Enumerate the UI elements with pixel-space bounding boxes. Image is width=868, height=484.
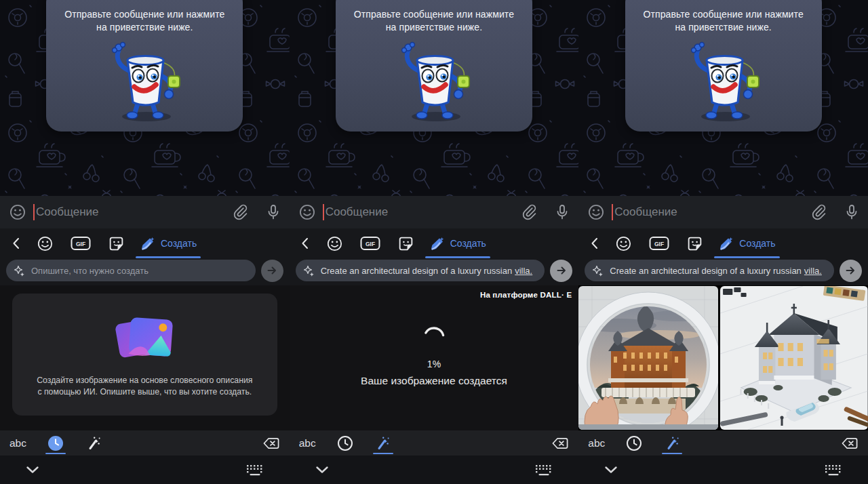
prompt-placeholder: Опишите, что нужно создать <box>31 266 149 276</box>
back-chevron-icon[interactable] <box>298 237 313 249</box>
keyboard-bottom-bar: abc <box>290 430 579 456</box>
images-stack-icon <box>112 312 177 366</box>
sparkle-icon <box>14 265 25 277</box>
message-input-bar[interactable]: Сообщение <box>0 196 290 228</box>
send-button[interactable] <box>550 260 572 282</box>
create-tab-label: Создать <box>161 238 197 249</box>
system-nav-bar <box>290 456 579 484</box>
magic-create-button[interactable] <box>663 430 681 456</box>
emoji-icon[interactable] <box>9 203 26 221</box>
back-chevron-icon[interactable] <box>587 237 601 249</box>
prompt-row: Create an architectural design of a luxu… <box>578 258 868 285</box>
backspace-icon <box>841 436 859 451</box>
abc-button[interactable]: abc <box>588 437 605 449</box>
abc-button[interactable]: abc <box>9 437 26 449</box>
prompt-row: Опишите, что нужно создать <box>0 258 290 285</box>
phone-2: Отправьте сообщение или нажмитена привет… <box>290 0 579 484</box>
magic-wand-icon <box>665 435 680 451</box>
keyboard-bottom-bar: abc <box>578 430 868 456</box>
tab-create[interactable]: Создать <box>718 228 775 258</box>
message-placeholder[interactable]: Сообщение <box>36 205 99 219</box>
platform-label: На платформе DALL· E <box>480 291 572 299</box>
attach-icon[interactable] <box>232 204 248 220</box>
svg-text:GIF: GIF <box>76 241 85 247</box>
tab-create[interactable]: Создать <box>140 228 197 258</box>
create-tab-underline <box>136 256 201 258</box>
sticker-tab-icon[interactable] <box>686 235 703 252</box>
image-creator-icon <box>429 236 445 251</box>
history-button[interactable] <box>336 430 354 456</box>
tab-create[interactable]: Создать <box>429 228 486 258</box>
greeting-card[interactable]: Отправьте сообщение или нажмитена привет… <box>46 0 243 132</box>
message-input-bar[interactable]: Сообщение <box>578 196 868 228</box>
prompt-input[interactable]: Опишите, что нужно создать <box>6 260 256 281</box>
keyboard-switch-icon[interactable] <box>246 464 264 476</box>
history-button[interactable] <box>47 430 64 456</box>
magic-create-button[interactable] <box>374 430 392 456</box>
magic-create-button[interactable] <box>85 430 102 456</box>
hide-keyboard-chevron-icon[interactable] <box>604 466 618 474</box>
emoji-icon[interactable] <box>587 203 605 221</box>
image-creator-icon <box>140 236 155 251</box>
intro-card: Создайте изображение на основе словесног… <box>12 294 277 416</box>
backspace-button[interactable] <box>551 430 569 456</box>
text-cursor <box>323 204 324 220</box>
svg-text:GIF: GIF <box>366 241 375 247</box>
message-placeholder[interactable]: Сообщение <box>614 205 677 219</box>
history-button[interactable] <box>625 430 643 456</box>
generated-image-1[interactable] <box>578 286 718 430</box>
cup-character-sticker[interactable] <box>673 35 774 125</box>
generated-results-panel <box>578 285 868 430</box>
keyboard-toolbar: GIF Создать <box>290 228 579 258</box>
clock-icon <box>626 435 642 451</box>
sticker-tab-icon[interactable] <box>108 235 125 252</box>
gif-tab-icon[interactable]: GIF <box>649 235 669 251</box>
creator-intro-panel: Создайте изображение на основе словесног… <box>0 285 290 430</box>
keyboard-switch-icon[interactable] <box>535 464 553 476</box>
cup-character-sticker[interactable] <box>94 35 195 125</box>
attach-icon[interactable] <box>810 204 827 220</box>
emoji-tab-icon[interactable] <box>326 235 343 252</box>
generated-image-2[interactable] <box>720 286 868 430</box>
greeting-text: Отправьте сообщение или нажмитена привет… <box>64 8 224 34</box>
microphone-icon[interactable] <box>844 204 859 220</box>
send-button[interactable] <box>840 260 862 282</box>
keyboard-switch-icon[interactable] <box>825 464 842 476</box>
hide-keyboard-chevron-icon[interactable] <box>315 466 329 474</box>
send-arrow-icon <box>844 264 856 277</box>
hide-keyboard-chevron-icon[interactable] <box>26 466 39 474</box>
greeting-text: Отправьте сообщение или нажмитена привет… <box>643 8 803 34</box>
gif-tab-icon[interactable]: GIF <box>360 235 380 251</box>
message-input-bar[interactable]: Сообщение <box>290 196 579 228</box>
greeting-card[interactable]: Отправьте сообщение или нажмитена привет… <box>336 0 532 132</box>
emoji-tab-icon[interactable] <box>37 235 54 252</box>
sticker-tab-icon[interactable] <box>397 235 414 252</box>
emoji-icon[interactable] <box>298 203 316 221</box>
greeting-card[interactable]: Отправьте сообщение или нажмитена привет… <box>625 0 822 132</box>
back-chevron-icon[interactable] <box>8 237 23 249</box>
backspace-button[interactable] <box>841 430 859 456</box>
gif-tab-icon[interactable]: GIF <box>71 235 91 251</box>
abc-button[interactable]: abc <box>299 437 316 449</box>
phone-3: Отправьте сообщение или нажмитена привет… <box>578 0 868 484</box>
cup-character-sticker[interactable] <box>383 35 485 125</box>
clock-icon <box>337 435 353 451</box>
history-selected-underline <box>45 453 66 455</box>
prompt-input[interactable]: Create an architectural design of a luxu… <box>296 260 545 281</box>
chat-area: Отправьте сообщение или нажмитена привет… <box>578 0 868 196</box>
progress-status: Ваше изображение создается <box>361 375 507 387</box>
backspace-button[interactable] <box>262 430 280 456</box>
backspace-icon <box>262 436 280 451</box>
message-placeholder[interactable]: Сообщение <box>326 205 389 219</box>
emoji-tab-icon[interactable] <box>615 235 632 252</box>
sparkle-icon <box>303 265 315 277</box>
microphone-icon[interactable] <box>266 204 281 220</box>
attach-icon[interactable] <box>521 204 537 220</box>
magic-wand-icon <box>86 435 102 451</box>
chat-area: Отправьте сообщение или нажмитена привет… <box>0 0 290 196</box>
prompt-input[interactable]: Create an architectural design of a luxu… <box>585 260 834 281</box>
keyboard-toolbar: GIF Создать <box>578 228 868 258</box>
send-button[interactable] <box>261 260 283 282</box>
prompt-value: Create an architectural design of a luxu… <box>610 266 822 276</box>
microphone-icon[interactable] <box>555 204 570 220</box>
